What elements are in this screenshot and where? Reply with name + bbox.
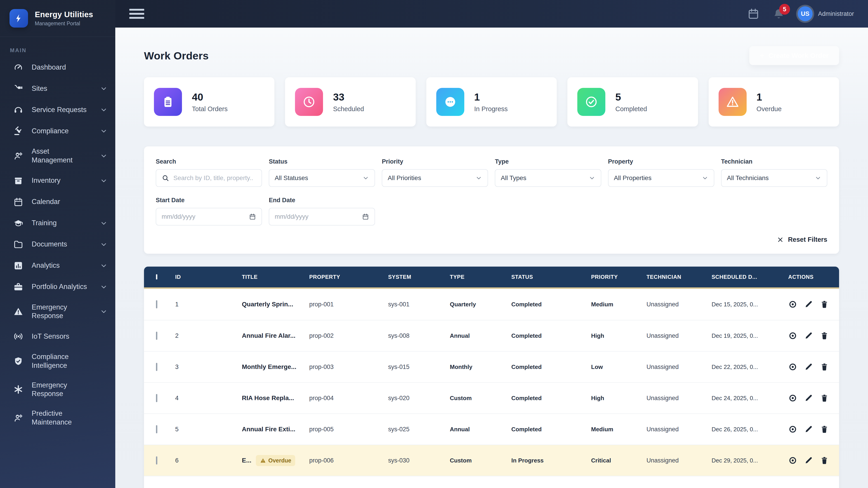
chevron-down-icon bbox=[702, 175, 708, 182]
filter-selected-value: All Types bbox=[501, 174, 584, 182]
cell-technician: Unassigned bbox=[647, 426, 712, 433]
briefcase-icon bbox=[13, 282, 24, 292]
edit-button[interactable] bbox=[804, 425, 813, 434]
app-name: Energy Utilities bbox=[35, 10, 93, 19]
table-row: 3 Monthly Emerge... prop-003 sys-015 Mon… bbox=[144, 351, 839, 382]
column-header-scheduled: SCHEDULED D... bbox=[712, 274, 788, 280]
sidebar-item[interactable]: IoT Sensors bbox=[0, 326, 115, 347]
row-checkbox[interactable] bbox=[156, 456, 157, 464]
search-input-box bbox=[156, 169, 262, 187]
cell-priority: Medium bbox=[591, 426, 647, 433]
date-input[interactable]: mm/dd/yyyy bbox=[269, 208, 375, 225]
warning-outline-icon bbox=[725, 95, 740, 109]
delete-button[interactable] bbox=[820, 456, 829, 465]
sidebar-item-label: Compliance bbox=[32, 127, 69, 135]
sidebar-item[interactable]: Portfolio Analytics bbox=[0, 276, 115, 297]
sidebar-item[interactable]: Emergency Response bbox=[0, 297, 115, 326]
edit-button[interactable] bbox=[804, 456, 813, 465]
row-checkbox[interactable] bbox=[156, 394, 157, 402]
search-input[interactable] bbox=[174, 174, 256, 182]
sidebar-item-label: Compliance Intelligence bbox=[32, 352, 93, 370]
user-role-label: Administrator bbox=[818, 10, 854, 18]
create-work-order-button[interactable]: + Create Work Order bbox=[749, 46, 839, 65]
chevron-down-icon bbox=[362, 175, 369, 182]
filter-dropdown[interactable]: All Statuses bbox=[269, 169, 375, 187]
topbar: 5 US Administrator bbox=[115, 0, 868, 28]
column-header-priority: PRIORITY bbox=[591, 274, 647, 280]
delete-button[interactable] bbox=[820, 394, 829, 402]
sidebar-item[interactable]: Compliance bbox=[0, 121, 115, 142]
edit-button[interactable] bbox=[804, 394, 813, 402]
sidebar-item[interactable]: Sites bbox=[0, 78, 115, 99]
view-button[interactable] bbox=[788, 300, 797, 309]
edit-button[interactable] bbox=[804, 362, 813, 371]
sidebar-item[interactable]: Emergency Response bbox=[0, 376, 115, 404]
sidebar-item[interactable]: Predictive Maintenance bbox=[0, 404, 115, 432]
trash-icon bbox=[820, 300, 829, 309]
row-checkbox[interactable] bbox=[156, 332, 157, 340]
cell-scheduled-date: Dec 29, 2025, 0... bbox=[712, 457, 788, 464]
box-icon bbox=[13, 175, 24, 186]
notifications-button[interactable]: 5 bbox=[772, 7, 785, 20]
cell-type: Annual bbox=[450, 332, 511, 339]
eye-icon bbox=[788, 425, 797, 434]
cell-actions bbox=[788, 456, 827, 465]
hamburger-menu-button[interactable] bbox=[129, 7, 145, 20]
delete-button[interactable] bbox=[820, 425, 829, 434]
cell-status: Completed bbox=[511, 301, 591, 308]
sidebar-item-label: Training bbox=[32, 219, 57, 228]
sidebar-item-label: Emergency Response bbox=[32, 381, 93, 398]
view-button[interactable] bbox=[788, 425, 797, 434]
reset-filters-button[interactable]: Reset Filters bbox=[777, 236, 827, 243]
filters-panel: Search Status All Statuses Priority All … bbox=[144, 147, 839, 254]
stat-value: 33 bbox=[333, 91, 364, 103]
cell-priority: High bbox=[591, 395, 647, 402]
filter-dropdown[interactable]: All Technicians bbox=[721, 169, 827, 187]
asterisk-icon bbox=[13, 384, 24, 395]
cell-system: sys-030 bbox=[388, 457, 450, 464]
cell-title: Annual Fire Exti... bbox=[242, 426, 309, 433]
cell-technician: Unassigned bbox=[647, 301, 712, 308]
sidebar-item[interactable]: Training bbox=[0, 213, 115, 234]
column-header-title: TITLE bbox=[242, 274, 309, 280]
select-all-checkbox[interactable] bbox=[156, 274, 157, 280]
delete-button[interactable] bbox=[820, 331, 829, 340]
sidebar-item[interactable]: Compliance Intelligence bbox=[0, 347, 115, 376]
edit-button[interactable] bbox=[804, 300, 813, 309]
filter-dropdown[interactable]: All Properties bbox=[608, 169, 714, 187]
delete-button[interactable] bbox=[820, 300, 829, 309]
view-button[interactable] bbox=[788, 394, 797, 402]
sidebar-item[interactable]: Service Requests bbox=[0, 99, 115, 121]
sidebar-item[interactable]: Inventory bbox=[0, 170, 115, 191]
row-checkbox[interactable] bbox=[156, 363, 157, 371]
edit-button[interactable] bbox=[804, 331, 813, 340]
close-icon bbox=[777, 236, 784, 243]
calendar-button[interactable] bbox=[747, 7, 760, 20]
calendar-icon bbox=[747, 7, 760, 20]
view-button[interactable] bbox=[788, 456, 797, 465]
sidebar-item[interactable]: Dashboard bbox=[0, 57, 115, 78]
sidebar-item[interactable]: Analytics bbox=[0, 255, 115, 276]
sidebar-item[interactable]: Calendar bbox=[0, 191, 115, 213]
calendar-icon bbox=[249, 213, 256, 220]
search-icon bbox=[162, 174, 169, 182]
row-checkbox[interactable] bbox=[156, 425, 157, 433]
cell-system: sys-020 bbox=[388, 395, 450, 402]
cell-property: prop-001 bbox=[309, 301, 388, 308]
stat-value: 1 bbox=[756, 91, 782, 103]
clipboard-icon bbox=[161, 95, 175, 109]
delete-button[interactable] bbox=[820, 362, 829, 371]
filter-dropdown[interactable]: All Priorities bbox=[382, 169, 488, 187]
cell-scheduled-date: Dec 15, 2025, 0... bbox=[712, 301, 788, 308]
row-checkbox[interactable] bbox=[156, 300, 157, 308]
table-row: 6 E... Overdue prop-006 sys-030 Custom I… bbox=[144, 445, 839, 476]
date-input[interactable]: mm/dd/yyyy bbox=[156, 208, 262, 225]
user-menu[interactable]: US Administrator bbox=[798, 6, 854, 21]
filter-dropdown[interactable]: All Types bbox=[495, 169, 601, 187]
sidebar-item[interactable]: Documents bbox=[0, 234, 115, 255]
filter-field-group: Status All Statuses bbox=[269, 158, 375, 187]
sidebar-item-label: Analytics bbox=[32, 261, 60, 270]
view-button[interactable] bbox=[788, 331, 797, 340]
view-button[interactable] bbox=[788, 362, 797, 371]
sidebar-item[interactable]: Asset Management bbox=[0, 142, 115, 170]
